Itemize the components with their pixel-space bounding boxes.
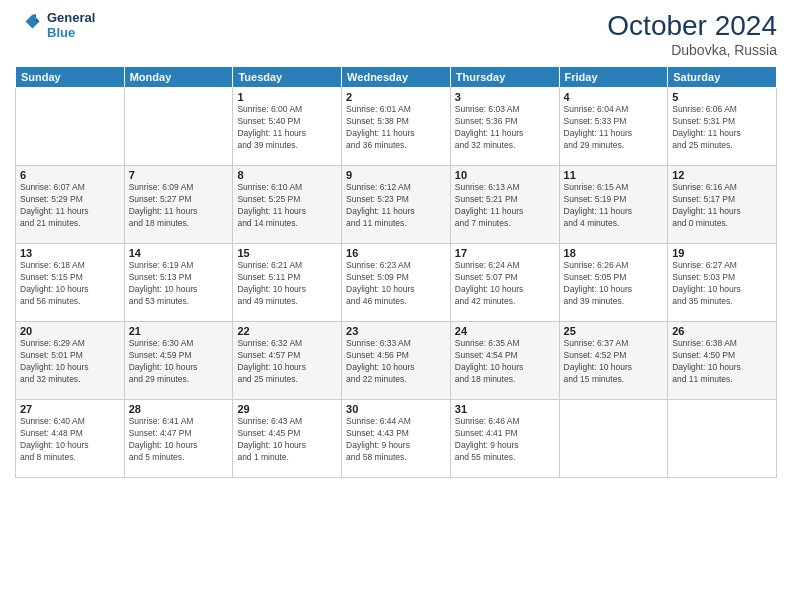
calendar-week-1: 6Sunrise: 6:07 AM Sunset: 5:29 PM Daylig…: [16, 166, 777, 244]
day-info: Sunrise: 6:03 AM Sunset: 5:36 PM Dayligh…: [455, 104, 555, 152]
day-info: Sunrise: 6:15 AM Sunset: 5:19 PM Dayligh…: [564, 182, 664, 230]
day-number: 9: [346, 169, 446, 181]
day-number: 25: [564, 325, 664, 337]
day-number: 16: [346, 247, 446, 259]
day-number: 20: [20, 325, 120, 337]
day-number: 11: [564, 169, 664, 181]
day-info: Sunrise: 6:33 AM Sunset: 4:56 PM Dayligh…: [346, 338, 446, 386]
day-info: Sunrise: 6:23 AM Sunset: 5:09 PM Dayligh…: [346, 260, 446, 308]
calendar-cell: 16Sunrise: 6:23 AM Sunset: 5:09 PM Dayli…: [342, 244, 451, 322]
calendar-cell: 13Sunrise: 6:18 AM Sunset: 5:15 PM Dayli…: [16, 244, 125, 322]
month-title: October 2024: [607, 10, 777, 42]
day-number: 22: [237, 325, 337, 337]
day-info: Sunrise: 6:13 AM Sunset: 5:21 PM Dayligh…: [455, 182, 555, 230]
calendar-cell: [559, 400, 668, 478]
calendar-cell: 15Sunrise: 6:21 AM Sunset: 5:11 PM Dayli…: [233, 244, 342, 322]
calendar-cell: 10Sunrise: 6:13 AM Sunset: 5:21 PM Dayli…: [450, 166, 559, 244]
col-header-sunday: Sunday: [16, 67, 125, 88]
day-info: Sunrise: 6:04 AM Sunset: 5:33 PM Dayligh…: [564, 104, 664, 152]
day-number: 30: [346, 403, 446, 415]
calendar-cell: [668, 400, 777, 478]
day-info: Sunrise: 6:30 AM Sunset: 4:59 PM Dayligh…: [129, 338, 229, 386]
calendar-cell: 8Sunrise: 6:10 AM Sunset: 5:25 PM Daylig…: [233, 166, 342, 244]
day-number: 15: [237, 247, 337, 259]
location-subtitle: Dubovka, Russia: [607, 42, 777, 58]
day-number: 14: [129, 247, 229, 259]
day-info: Sunrise: 6:35 AM Sunset: 4:54 PM Dayligh…: [455, 338, 555, 386]
calendar-cell: [124, 88, 233, 166]
day-info: Sunrise: 6:38 AM Sunset: 4:50 PM Dayligh…: [672, 338, 772, 386]
day-info: Sunrise: 6:46 AM Sunset: 4:41 PM Dayligh…: [455, 416, 555, 464]
day-info: Sunrise: 6:26 AM Sunset: 5:05 PM Dayligh…: [564, 260, 664, 308]
day-number: 12: [672, 169, 772, 181]
calendar-cell: 29Sunrise: 6:43 AM Sunset: 4:45 PM Dayli…: [233, 400, 342, 478]
calendar-cell: [16, 88, 125, 166]
day-number: 21: [129, 325, 229, 337]
title-block: October 2024 Dubovka, Russia: [607, 10, 777, 58]
calendar-cell: 4Sunrise: 6:04 AM Sunset: 5:33 PM Daylig…: [559, 88, 668, 166]
calendar-cell: 9Sunrise: 6:12 AM Sunset: 5:23 PM Daylig…: [342, 166, 451, 244]
day-number: 28: [129, 403, 229, 415]
col-header-monday: Monday: [124, 67, 233, 88]
day-number: 3: [455, 91, 555, 103]
day-info: Sunrise: 6:41 AM Sunset: 4:47 PM Dayligh…: [129, 416, 229, 464]
calendar-cell: 18Sunrise: 6:26 AM Sunset: 5:05 PM Dayli…: [559, 244, 668, 322]
day-number: 23: [346, 325, 446, 337]
calendar-cell: 22Sunrise: 6:32 AM Sunset: 4:57 PM Dayli…: [233, 322, 342, 400]
calendar-cell: 12Sunrise: 6:16 AM Sunset: 5:17 PM Dayli…: [668, 166, 777, 244]
day-info: Sunrise: 6:44 AM Sunset: 4:43 PM Dayligh…: [346, 416, 446, 464]
day-number: 5: [672, 91, 772, 103]
day-info: Sunrise: 6:18 AM Sunset: 5:15 PM Dayligh…: [20, 260, 120, 308]
calendar-cell: 7Sunrise: 6:09 AM Sunset: 5:27 PM Daylig…: [124, 166, 233, 244]
col-header-thursday: Thursday: [450, 67, 559, 88]
calendar-cell: 31Sunrise: 6:46 AM Sunset: 4:41 PM Dayli…: [450, 400, 559, 478]
day-number: 8: [237, 169, 337, 181]
day-info: Sunrise: 6:19 AM Sunset: 5:13 PM Dayligh…: [129, 260, 229, 308]
day-number: 4: [564, 91, 664, 103]
col-header-wednesday: Wednesday: [342, 67, 451, 88]
day-number: 6: [20, 169, 120, 181]
calendar-cell: 2Sunrise: 6:01 AM Sunset: 5:38 PM Daylig…: [342, 88, 451, 166]
calendar-cell: 3Sunrise: 6:03 AM Sunset: 5:36 PM Daylig…: [450, 88, 559, 166]
day-info: Sunrise: 6:43 AM Sunset: 4:45 PM Dayligh…: [237, 416, 337, 464]
calendar-cell: 14Sunrise: 6:19 AM Sunset: 5:13 PM Dayli…: [124, 244, 233, 322]
day-number: 7: [129, 169, 229, 181]
day-info: Sunrise: 6:21 AM Sunset: 5:11 PM Dayligh…: [237, 260, 337, 308]
day-number: 29: [237, 403, 337, 415]
day-info: Sunrise: 6:16 AM Sunset: 5:17 PM Dayligh…: [672, 182, 772, 230]
day-number: 26: [672, 325, 772, 337]
calendar-week-2: 13Sunrise: 6:18 AM Sunset: 5:15 PM Dayli…: [16, 244, 777, 322]
day-number: 27: [20, 403, 120, 415]
day-number: 19: [672, 247, 772, 259]
day-info: Sunrise: 6:40 AM Sunset: 4:48 PM Dayligh…: [20, 416, 120, 464]
day-number: 13: [20, 247, 120, 259]
logo: General Blue: [15, 10, 95, 40]
calendar-cell: 26Sunrise: 6:38 AM Sunset: 4:50 PM Dayli…: [668, 322, 777, 400]
day-number: 31: [455, 403, 555, 415]
day-info: Sunrise: 6:37 AM Sunset: 4:52 PM Dayligh…: [564, 338, 664, 386]
day-number: 1: [237, 91, 337, 103]
col-header-tuesday: Tuesday: [233, 67, 342, 88]
page-container: General Blue October 2024 Dubovka, Russi…: [0, 0, 792, 486]
day-info: Sunrise: 6:09 AM Sunset: 5:27 PM Dayligh…: [129, 182, 229, 230]
calendar-table: SundayMondayTuesdayWednesdayThursdayFrid…: [15, 66, 777, 478]
day-info: Sunrise: 6:00 AM Sunset: 5:40 PM Dayligh…: [237, 104, 337, 152]
calendar-cell: 17Sunrise: 6:24 AM Sunset: 5:07 PM Dayli…: [450, 244, 559, 322]
logo-icon: [15, 11, 43, 39]
col-header-friday: Friday: [559, 67, 668, 88]
calendar-header-row: SundayMondayTuesdayWednesdayThursdayFrid…: [16, 67, 777, 88]
day-info: Sunrise: 6:12 AM Sunset: 5:23 PM Dayligh…: [346, 182, 446, 230]
day-info: Sunrise: 6:32 AM Sunset: 4:57 PM Dayligh…: [237, 338, 337, 386]
calendar-week-0: 1Sunrise: 6:00 AM Sunset: 5:40 PM Daylig…: [16, 88, 777, 166]
calendar-week-4: 27Sunrise: 6:40 AM Sunset: 4:48 PM Dayli…: [16, 400, 777, 478]
col-header-saturday: Saturday: [668, 67, 777, 88]
calendar-cell: 24Sunrise: 6:35 AM Sunset: 4:54 PM Dayli…: [450, 322, 559, 400]
calendar-cell: 1Sunrise: 6:00 AM Sunset: 5:40 PM Daylig…: [233, 88, 342, 166]
calendar-cell: 6Sunrise: 6:07 AM Sunset: 5:29 PM Daylig…: [16, 166, 125, 244]
calendar-cell: 28Sunrise: 6:41 AM Sunset: 4:47 PM Dayli…: [124, 400, 233, 478]
day-info: Sunrise: 6:01 AM Sunset: 5:38 PM Dayligh…: [346, 104, 446, 152]
day-info: Sunrise: 6:10 AM Sunset: 5:25 PM Dayligh…: [237, 182, 337, 230]
day-info: Sunrise: 6:06 AM Sunset: 5:31 PM Dayligh…: [672, 104, 772, 152]
day-info: Sunrise: 6:27 AM Sunset: 5:03 PM Dayligh…: [672, 260, 772, 308]
calendar-cell: 20Sunrise: 6:29 AM Sunset: 5:01 PM Dayli…: [16, 322, 125, 400]
